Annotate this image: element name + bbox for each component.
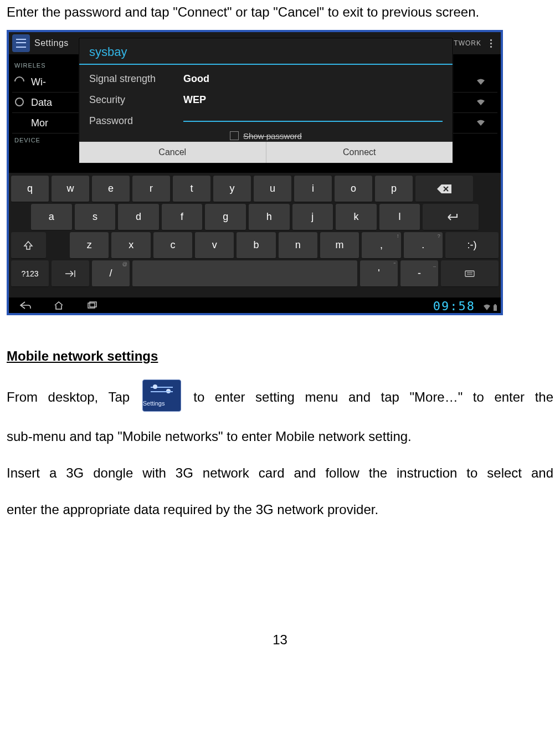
key-comma[interactable]: ,!: [362, 232, 400, 259]
para1-a: From desktop, Tap: [7, 389, 130, 404]
key-v[interactable]: v: [195, 232, 234, 259]
dialog-title: sysbay: [79, 38, 453, 65]
key-backspace[interactable]: [415, 176, 473, 202]
key-l[interactable]: l: [379, 204, 420, 230]
password-input[interactable]: [183, 120, 443, 122]
svg-point-0: [16, 98, 23, 106]
key-apostrophe[interactable]: '": [360, 260, 398, 287]
show-password-row[interactable]: Show password: [89, 131, 443, 140]
key-f[interactable]: f: [162, 204, 203, 230]
key-input-method[interactable]: [441, 260, 499, 287]
key-j[interactable]: j: [292, 204, 333, 230]
key-t[interactable]: t: [173, 176, 210, 202]
row-wifi-label: Wi-: [31, 76, 46, 88]
svg-rect-6: [494, 305, 497, 311]
key-shift[interactable]: [11, 232, 46, 259]
back-button[interactable]: [14, 300, 37, 311]
row-more-label: Mor: [31, 117, 48, 129]
wifi-signal-icon: [476, 99, 485, 106]
para-3: Insert a 3G dongle with 3G network card …: [7, 461, 553, 485]
key-enter[interactable]: [423, 204, 479, 230]
overflow-menu-icon[interactable]: [490, 39, 492, 48]
key-space[interactable]: [132, 260, 357, 287]
recent-apps-button[interactable]: [81, 300, 103, 311]
settings-app-icon: [12, 34, 30, 52]
key-period[interactable]: .?: [404, 232, 443, 259]
para-4: enter the appropriate data required by t…: [7, 498, 553, 521]
key-c[interactable]: c: [153, 232, 192, 259]
wifi-signal-icon: [476, 79, 485, 85]
key-smiley[interactable]: :-): [445, 232, 499, 259]
key-o[interactable]: o: [335, 176, 372, 202]
key-e[interactable]: e: [92, 176, 130, 202]
key-dash[interactable]: -_: [400, 260, 438, 287]
signal-strength-row: Signal strength Good: [89, 68, 443, 89]
show-password-label: Show password: [243, 131, 302, 140]
status-icons: [483, 304, 497, 311]
home-button[interactable]: [48, 300, 70, 311]
key-u[interactable]: u: [254, 176, 291, 202]
wifi-signal-icon: [476, 120, 485, 126]
key-w[interactable]: w: [52, 176, 89, 202]
android-screenshot: Settings ETWORK WIRELES Wi- Data Mor: [7, 30, 503, 315]
cancel-button[interactable]: Cancel: [79, 142, 266, 163]
key-z[interactable]: z: [70, 232, 109, 259]
signal-value: Good: [183, 73, 209, 85]
settings-inline-icon-label: Settings: [143, 398, 181, 409]
key-b[interactable]: b: [237, 232, 275, 259]
key-m[interactable]: m: [320, 232, 359, 259]
para1-b: to enter setting menu and tap "More…" to…: [193, 389, 553, 404]
key-p[interactable]: p: [375, 176, 413, 202]
security-label: Security: [89, 94, 183, 106]
svg-rect-7: [495, 304, 496, 305]
wifi-status-icon: [483, 304, 491, 311]
key-q[interactable]: q: [11, 176, 49, 202]
key-y[interactable]: y: [213, 176, 251, 202]
para-2: sub-menu and tap "Mobile networks" to en…: [7, 425, 553, 448]
page-number: 13: [7, 632, 553, 648]
data-usage-icon: [14, 97, 25, 108]
system-navbar: 09:58: [9, 298, 501, 313]
key-tab[interactable]: [52, 260, 89, 287]
key-a[interactable]: a: [31, 204, 72, 230]
svg-rect-1: [465, 271, 474, 276]
key-g[interactable]: g: [205, 204, 246, 230]
key-h[interactable]: h: [249, 204, 290, 230]
key-slash[interactable]: /@: [92, 260, 130, 287]
show-password-checkbox[interactable]: [230, 131, 239, 140]
soft-keyboard[interactable]: q w e r t y u i o p a s d f g h j k l: [9, 173, 501, 298]
key-n[interactable]: n: [279, 232, 317, 259]
key-d[interactable]: d: [118, 204, 159, 230]
key-i[interactable]: i: [294, 176, 332, 202]
key-x[interactable]: x: [111, 232, 150, 259]
key-k[interactable]: k: [336, 204, 377, 230]
wifi-icon: [14, 76, 25, 88]
wifi-connect-dialog: sysbay Signal strength Good Security WEP…: [79, 38, 453, 163]
key-r[interactable]: r: [132, 176, 170, 202]
row-data-label: Data: [31, 97, 52, 109]
clock: 09:58: [433, 299, 475, 313]
key-symbols[interactable]: ?123: [11, 260, 49, 287]
key-s[interactable]: s: [75, 204, 116, 230]
para-1: From desktop, Tap Settings to enter sett…: [7, 379, 553, 412]
settings-title: Settings: [34, 38, 69, 48]
password-row: Password: [89, 110, 443, 131]
intro-text: Enter the password and tap "Connect" or …: [7, 4, 553, 20]
mobile-network-heading: Mobile network settings: [7, 348, 553, 364]
topbar-right-label: ETWORK: [449, 39, 481, 47]
password-label: Password: [89, 115, 183, 127]
settings-inline-icon: Settings: [142, 379, 181, 412]
connect-button[interactable]: Connect: [266, 142, 453, 163]
battery-status-icon: [493, 304, 497, 311]
signal-label: Signal strength: [89, 73, 183, 85]
security-row: Security WEP: [89, 89, 443, 110]
security-value: WEP: [183, 94, 206, 106]
